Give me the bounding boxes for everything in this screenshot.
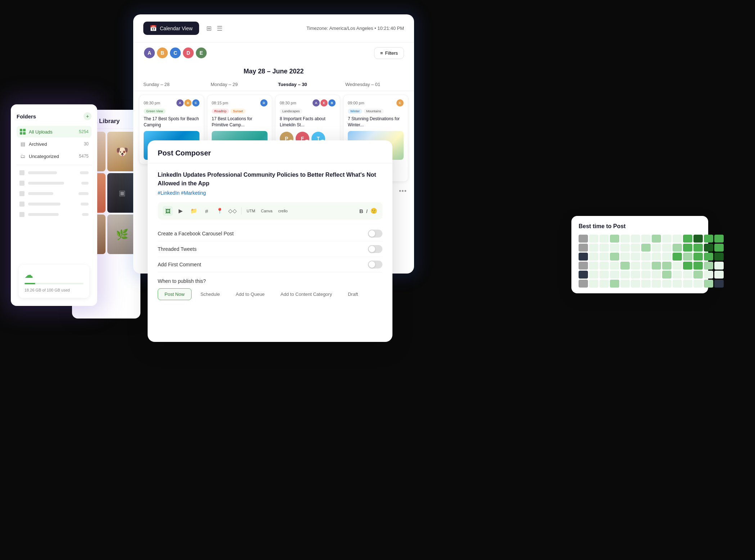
heat-cell[interactable]: [589, 235, 598, 243]
heat-cell[interactable]: [652, 244, 661, 252]
heat-cell[interactable]: [714, 262, 724, 270]
heat-cell[interactable]: [599, 244, 609, 252]
heat-cell[interactable]: [662, 253, 671, 261]
heat-cell[interactable]: [641, 253, 651, 261]
heat-cell[interactable]: [683, 280, 692, 288]
heat-cell[interactable]: [641, 280, 651, 288]
heat-cell[interactable]: [631, 271, 640, 279]
folder-item-archived[interactable]: ▤ Archived 30: [17, 138, 91, 150]
plain-folder-4[interactable]: [17, 199, 91, 209]
avatar-4[interactable]: D: [182, 47, 194, 59]
plain-folder-2[interactable]: [17, 179, 91, 188]
heat-cell[interactable]: [610, 271, 619, 279]
heat-cell[interactable]: [704, 235, 713, 243]
heat-cell[interactable]: [693, 262, 703, 270]
heat-cell[interactable]: [662, 280, 671, 288]
heat-cell[interactable]: [693, 253, 703, 261]
heat-cell[interactable]: [673, 262, 682, 270]
heat-cell[interactable]: [683, 271, 692, 279]
heat-cell[interactable]: [589, 271, 598, 279]
composer-hashtags[interactable]: #LinkedIn #Marketing: [158, 190, 382, 196]
heat-cell[interactable]: [662, 235, 671, 243]
heat-cell[interactable]: [610, 262, 619, 270]
heat-cell[interactable]: [589, 244, 598, 252]
heat-cell[interactable]: [579, 280, 588, 288]
heat-cell[interactable]: [714, 280, 724, 288]
heat-cell[interactable]: [673, 280, 682, 288]
calendar-view-button[interactable]: 📅 Calendar View: [143, 22, 199, 35]
heat-cell[interactable]: [599, 262, 609, 270]
heat-cell[interactable]: [610, 280, 619, 288]
heat-cell[interactable]: [652, 280, 661, 288]
filters-button[interactable]: ≡ Filters: [374, 47, 404, 59]
heat-cell[interactable]: [714, 235, 724, 243]
heat-cell[interactable]: [662, 262, 671, 270]
heat-cell[interactable]: [599, 280, 609, 288]
location-icon[interactable]: 📍: [215, 206, 225, 216]
publish-tab-schedule[interactable]: Schedule: [194, 288, 227, 300]
canva-button[interactable]: Canva: [260, 208, 274, 214]
heat-cell[interactable]: [641, 271, 651, 279]
heat-cell[interactable]: [579, 271, 588, 279]
grid-view-icon[interactable]: ⊞: [206, 24, 212, 32]
toggle-comment-switch[interactable]: [368, 261, 382, 268]
heat-cell[interactable]: [673, 253, 682, 261]
heat-cell[interactable]: [620, 271, 630, 279]
heat-cell[interactable]: [683, 262, 692, 270]
heat-cell[interactable]: [631, 262, 640, 270]
heat-cell[interactable]: [652, 262, 661, 270]
heat-cell[interactable]: [714, 244, 724, 252]
heat-cell[interactable]: [641, 262, 651, 270]
more-menu-button[interactable]: •••: [397, 186, 408, 197]
heat-cell[interactable]: [610, 253, 619, 261]
folder-icon[interactable]: 📁: [189, 206, 199, 216]
heat-cell[interactable]: [673, 271, 682, 279]
heat-cell[interactable]: [610, 235, 619, 243]
heat-cell[interactable]: [693, 271, 703, 279]
heat-cell[interactable]: [599, 271, 609, 279]
heat-cell[interactable]: [589, 253, 598, 261]
italic-icon[interactable]: I: [366, 208, 368, 214]
heat-cell[interactable]: [714, 271, 724, 279]
heat-cell[interactable]: [704, 253, 713, 261]
heat-cell[interactable]: [683, 235, 692, 243]
heat-cell[interactable]: [589, 280, 598, 288]
add-folder-button[interactable]: +: [84, 112, 91, 120]
heat-cell[interactable]: [589, 262, 598, 270]
heat-cell[interactable]: [683, 253, 692, 261]
avatar-3[interactable]: C: [169, 47, 181, 59]
heat-cell[interactable]: [662, 271, 671, 279]
heat-cell[interactable]: [704, 271, 713, 279]
video-icon[interactable]: ▶: [176, 206, 186, 216]
heat-cell[interactable]: [673, 235, 682, 243]
heat-cell[interactable]: [714, 253, 724, 261]
heat-cell[interactable]: [652, 253, 661, 261]
avatar-2[interactable]: B: [156, 47, 168, 59]
heat-cell[interactable]: [620, 244, 630, 252]
avatar-5[interactable]: E: [195, 47, 207, 59]
hash-icon[interactable]: #: [202, 206, 212, 216]
heat-cell[interactable]: [631, 280, 640, 288]
heat-cell[interactable]: [704, 262, 713, 270]
heat-cell[interactable]: [631, 244, 640, 252]
heat-cell[interactable]: [704, 244, 713, 252]
list-view-icon[interactable]: ☰: [217, 24, 223, 32]
utm-button[interactable]: UTM: [245, 208, 257, 214]
heat-cell[interactable]: [631, 253, 640, 261]
plain-folder-1[interactable]: [17, 168, 91, 177]
heat-cell[interactable]: [641, 235, 651, 243]
publish-tab-draft[interactable]: Draft: [341, 288, 365, 300]
heat-cell[interactable]: [620, 280, 630, 288]
heat-cell[interactable]: [620, 235, 630, 243]
bold-icon[interactable]: B: [359, 208, 363, 214]
heat-cell[interactable]: [693, 235, 703, 243]
image-icon[interactable]: 🖼: [163, 206, 173, 216]
heat-cell[interactable]: [652, 235, 661, 243]
heat-cell[interactable]: [610, 244, 619, 252]
heat-cell[interactable]: [693, 244, 703, 252]
heat-cell[interactable]: [662, 244, 671, 252]
plain-folder-3[interactable]: [17, 189, 91, 198]
heat-cell[interactable]: [693, 280, 703, 288]
heat-cell[interactable]: [683, 244, 692, 252]
heat-cell[interactable]: [704, 280, 713, 288]
